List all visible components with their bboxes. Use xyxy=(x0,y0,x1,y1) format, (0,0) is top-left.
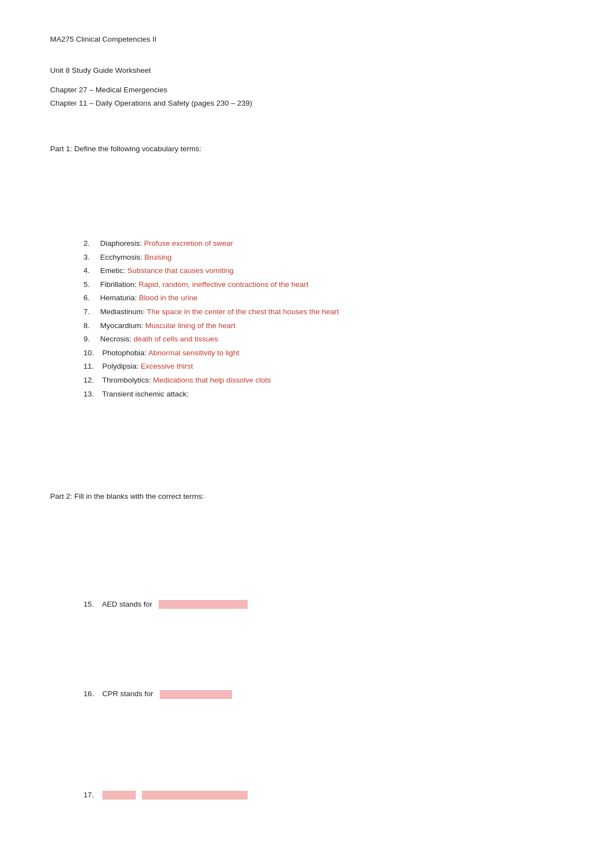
fill-blank-17b xyxy=(142,791,248,800)
vocab-number-11: 11. xyxy=(83,362,94,370)
fill-number-16: 16. xyxy=(83,690,94,698)
vocab-answer-2: Profuse excretion of swear xyxy=(144,239,233,247)
vocab-answer-9: death of cells and tissues xyxy=(134,335,218,343)
vocab-item-5: 5. Fibrillation: Rapid, random, ineffect… xyxy=(83,279,541,291)
vocab-term-10: Photophobia: xyxy=(102,349,147,357)
fill-label-15: AED stands for xyxy=(102,600,152,608)
vocab-list: 2. Diaphoresis: Profuse excretion of swe… xyxy=(83,237,541,400)
vocab-answer-12: Medications that help dissolve clots xyxy=(153,376,271,384)
vocab-item-6: 6. Hematuria: Blood in the urine xyxy=(83,292,541,304)
vocab-item-12: 12. Thrombolytics: Medications that help… xyxy=(83,374,541,386)
vocab-item-4: 4. Emetic: Substance that causes vomitin… xyxy=(83,265,541,277)
vocab-number-4: 4. xyxy=(83,266,90,275)
vocab-item-8: 8. Myocardium: Muscular lining of the he… xyxy=(83,320,541,332)
vocab-number-9: 9. xyxy=(83,335,90,343)
vocab-item-10: 10. Photophobia: Abnormal sensitivity to… xyxy=(83,347,541,359)
part1-heading: Part 1: Define the following vocabulary … xyxy=(50,143,541,155)
vocab-answer-3: Bruising xyxy=(145,253,172,261)
vocab-answer-10: Abnormal sensitivity to light xyxy=(148,349,239,357)
vocab-number-2: 2. xyxy=(83,239,90,247)
vocab-item-2: 2. Diaphoresis: Profuse excretion of swe… xyxy=(83,237,541,250)
part2-items: 15. AED stands for 16. CPR stands for 17… xyxy=(83,509,541,801)
fill-item-17: 17. xyxy=(83,789,541,801)
vocab-term-12: Thrombolytics: xyxy=(102,376,151,384)
vocab-number-6: 6. xyxy=(83,294,90,302)
vocab-item-3: 3. Ecchymosis: Bruising xyxy=(83,251,541,264)
vocab-answer-5: Rapid, random, ineffective contractions … xyxy=(139,280,308,289)
vocab-term-13: Transient ischemic attack: xyxy=(102,390,189,398)
fill-blank-16 xyxy=(160,690,232,699)
vocab-answer-6: Blood in the urine xyxy=(139,294,198,302)
part2-heading: Part 2: Fill in the blanks with the corr… xyxy=(50,490,541,503)
vocab-number-3: 3. xyxy=(83,253,90,261)
vocab-item-11: 11. Polydipsia: Excessive thirst xyxy=(83,360,541,373)
vocab-number-10: 10. xyxy=(83,349,94,357)
header-line3: Chapter 27 – Medical Emergencies xyxy=(50,84,541,96)
fill-blank-15 xyxy=(159,600,248,609)
vocab-term-7: Mediastinum: xyxy=(100,307,145,316)
vocab-term-2: Diaphoresis: xyxy=(100,239,142,247)
fill-blank-17a xyxy=(102,791,136,800)
vocab-item-13: 13. Transient ischemic attack: xyxy=(83,388,541,400)
vocab-number-13: 13. xyxy=(83,390,94,398)
fill-item-16: 16. CPR stands for xyxy=(83,688,541,700)
fill-item-15: 15. AED stands for xyxy=(83,598,541,611)
vocab-answer-11: Excessive thirst xyxy=(141,362,193,370)
vocab-number-8: 8. xyxy=(83,321,90,330)
vocab-number-12: 12. xyxy=(83,376,94,384)
vocab-term-9: Necrosis: xyxy=(100,335,131,343)
vocab-term-3: Ecchymosis: xyxy=(100,253,142,261)
vocab-answer-4: Substance that causes vomiting xyxy=(127,266,234,275)
header-line1: MA275 Clinical Competencies II xyxy=(50,33,541,46)
vocab-number-5: 5. xyxy=(83,280,90,289)
vocab-number-7: 7. xyxy=(83,307,90,316)
vocab-term-11: Polydipsia: xyxy=(102,362,139,370)
vocab-term-8: Myocardium: xyxy=(100,321,143,330)
fill-number-17: 17. xyxy=(83,791,94,799)
vocab-term-5: Fibrillation: xyxy=(100,280,136,289)
vocab-item-9: 9. Necrosis: death of cells and tissues xyxy=(83,333,541,345)
vocab-term-4: Emetic: xyxy=(100,266,125,275)
header-line4: Chapter 11 – Daily Operations and Safety… xyxy=(50,97,541,110)
header-line2: Unit 8 Study Guide Worksheet xyxy=(50,65,541,77)
vocab-item-7: 7. Mediastinum: The space in the center … xyxy=(83,306,541,318)
vocab-answer-7: The space in the center of the chest tha… xyxy=(147,307,339,316)
vocab-answer-8: Muscular lining of the heart xyxy=(145,321,235,330)
fill-number-15: 15. xyxy=(83,600,94,608)
fill-label-16: CPR stands for xyxy=(102,690,154,698)
vocab-term-6: Hematuria: xyxy=(100,294,137,302)
